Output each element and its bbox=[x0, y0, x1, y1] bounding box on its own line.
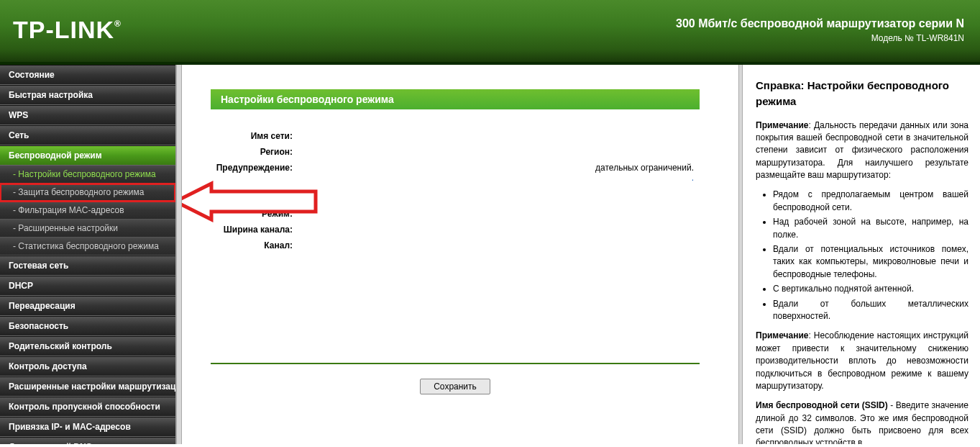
row-channel-width: Ширина канала: bbox=[211, 225, 700, 235]
form-separator bbox=[211, 363, 700, 364]
splitter-left[interactable] bbox=[176, 65, 182, 444]
nav-guest-network[interactable]: Гостевая сеть bbox=[0, 256, 175, 276]
label-region: Регион: bbox=[211, 147, 297, 157]
row-region: Регион: bbox=[211, 147, 700, 157]
wireless-settings-form: Имя сети: Регион: Предупреждение: датель… bbox=[211, 131, 700, 250]
section-title: Настройки беспроводного режима bbox=[211, 89, 700, 109]
help-ssid-paragraph: Имя беспроводной сети (SSID) - Введите з… bbox=[756, 399, 968, 444]
help-bullet: Над рабочей зоной на высоте, например, н… bbox=[773, 216, 968, 241]
nav-wireless-security[interactable]: - Защита беспроводного режима bbox=[0, 184, 175, 202]
ssid-bold: Имя беспроводной сети (SSID) bbox=[756, 400, 888, 410]
nav-mac-filtering[interactable]: - Фильтрация MAC-адресов bbox=[0, 202, 175, 220]
nav-wireless[interactable]: Беспроводной режим bbox=[0, 145, 175, 166]
product-title: 300 Мбит/с беспроводной маршрутизатор се… bbox=[676, 17, 964, 30]
registered-icon: ® bbox=[114, 19, 122, 29]
logo-text: TP-LINK bbox=[13, 16, 114, 43]
help-bullet: Вдали от потенциальных источников помех,… bbox=[773, 243, 968, 281]
app-header: TP-LINK® 300 Мбит/с беспроводной маршрут… bbox=[0, 0, 980, 65]
label-channel: Канал: bbox=[211, 240, 297, 250]
label-mode: Режим: bbox=[211, 209, 297, 219]
nav-wps[interactable]: WPS bbox=[0, 105, 175, 125]
row-ssid: Имя сети: bbox=[211, 131, 700, 141]
help-note-2: Примечание: Несоблюдение настоящих инстр… bbox=[756, 330, 968, 392]
sidebar-nav[interactable]: Состояние Быстрая настройка WPS Сеть Бес… bbox=[0, 65, 176, 444]
nav-quick-setup[interactable]: Быстрая настройка bbox=[0, 85, 175, 105]
help-bullet: С вертикально поднятой антенной. bbox=[773, 283, 968, 295]
nav-status[interactable]: Состояние bbox=[0, 65, 175, 85]
save-button[interactable]: Сохранить bbox=[420, 379, 490, 394]
help-note-1: Примечание: Дальность передачи данных ил… bbox=[756, 119, 968, 182]
nav-wireless-statistics[interactable]: - Статистика беспроводного режима bbox=[0, 238, 175, 256]
value-warning: дательных ограничений. . bbox=[297, 163, 700, 183]
warning-dot: . bbox=[692, 173, 694, 183]
note-label-2: Примечание bbox=[756, 330, 809, 340]
nav-bandwidth-control[interactable]: Контроль пропускной способности bbox=[0, 397, 175, 417]
help-bullet-list: Рядом с предполагаемым центром вашей бес… bbox=[756, 189, 968, 322]
save-row: Сохранить bbox=[211, 379, 700, 394]
model-number: Модель № TL-WR841N bbox=[676, 33, 964, 43]
help-panel: Справка: Настройки беспроводного режима … bbox=[743, 65, 980, 444]
nav-wireless-advanced[interactable]: - Расширенные настройки bbox=[0, 220, 175, 238]
nav-advanced-routing[interactable]: Расширенные настройки маршрутизации bbox=[0, 376, 175, 397]
nav-access-control[interactable]: Контроль доступа bbox=[0, 356, 175, 376]
header-right: 300 Мбит/с беспроводной маршрутизатор се… bbox=[676, 17, 964, 43]
row-warning: Предупреждение: дательных ограничений. . bbox=[211, 163, 700, 183]
label-warning: Предупреждение: bbox=[211, 163, 297, 173]
label-channel-width: Ширина канала: bbox=[211, 225, 297, 235]
label-ssid: Имя сети: bbox=[211, 131, 297, 141]
nav-dhcp[interactable]: DHCP bbox=[0, 276, 175, 296]
warning-text-partial: дательных ограничений. bbox=[595, 163, 694, 173]
row-channel: Канал: bbox=[211, 240, 700, 250]
nav-ip-mac-binding[interactable]: Привязка IP- и MAC-адресов bbox=[0, 417, 175, 437]
help-title: Справка: Настройки беспроводного режима bbox=[756, 78, 968, 109]
row-mode: Режим: bbox=[211, 209, 700, 219]
main-content: Настройки беспроводного режима Имя сети:… bbox=[182, 65, 738, 444]
help-bullet: Вдали от больших металлических поверхнос… bbox=[773, 298, 968, 323]
note-label-1: Примечание bbox=[756, 120, 809, 130]
nav-ddns[interactable]: Динамический DNS bbox=[0, 437, 175, 444]
nav-wireless-settings[interactable]: - Настройки беспроводного режима bbox=[0, 166, 175, 184]
nav-parental-control[interactable]: Родительский контроль bbox=[0, 336, 175, 356]
brand-logo: TP-LINK® bbox=[13, 16, 122, 44]
nav-security[interactable]: Безопасность bbox=[0, 316, 175, 336]
help-bullet: Рядом с предполагаемым центром вашей бес… bbox=[773, 189, 968, 214]
nav-forwarding[interactable]: Переадресация bbox=[0, 296, 175, 316]
nav-network[interactable]: Сеть bbox=[0, 125, 175, 145]
